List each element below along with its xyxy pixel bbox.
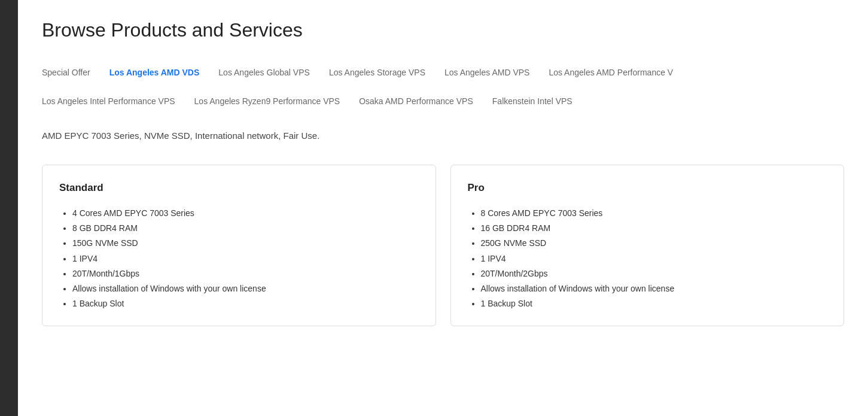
feature-item: 150G NVMe SSD [72,236,419,251]
tabs-row-2: Los Angeles Intel Performance VPSLos Ang… [42,92,844,111]
feature-item: 16 GB DDR4 RAM [481,221,827,236]
feature-item: 8 GB DDR4 RAM [72,221,419,236]
tab-la-ryzen9-perf-vps[interactable]: Los Angeles Ryzen9 Performance VPS [185,92,350,111]
products-grid: Standard4 Cores AMD EPYC 7003 Series8 GB… [42,165,844,326]
product-features-standard: 4 Cores AMD EPYC 7003 Series8 GB DDR4 RA… [59,206,419,311]
product-card-pro: Pro8 Cores AMD EPYC 7003 Series16 GB DDR… [450,165,845,326]
feature-item: 20T/Month/1Gbps [72,266,419,281]
tab-la-global-vps[interactable]: Los Angeles Global VPS [209,63,319,82]
main-content: Browse Products and Services Special Off… [18,0,868,416]
tab-osaka-amd-perf-vps[interactable]: Osaka AMD Performance VPS [349,92,483,111]
feature-item: 8 Cores AMD EPYC 7003 Series [481,206,827,221]
tab-falkenstein-intel-vps[interactable]: Falkenstein Intel VPS [483,92,582,111]
product-name-standard: Standard [59,182,419,194]
sidebar [0,0,18,416]
page-title: Browse Products and Services [42,19,844,41]
product-features-pro: 8 Cores AMD EPYC 7003 Series16 GB DDR4 R… [468,206,827,311]
feature-item: 250G NVMe SSD [481,236,827,251]
tab-la-intel-perf-vps[interactable]: Los Angeles Intel Performance VPS [42,92,185,111]
tab-la-storage-vps[interactable]: Los Angeles Storage VPS [319,63,435,82]
feature-item: 1 IPV4 [72,251,419,266]
tabs-row-1: Special OfferLos Angeles AMD VDSLos Ange… [42,63,844,82]
feature-item: 4 Cores AMD EPYC 7003 Series [72,206,419,221]
product-card-standard: Standard4 Cores AMD EPYC 7003 Series8 GB… [42,165,436,326]
product-name-pro: Pro [468,182,827,194]
feature-item: Allows installation of Windows with your… [481,281,827,296]
feature-item: 20T/Month/2Gbps [481,266,827,281]
feature-item: 1 Backup Slot [72,296,419,311]
feature-item: Allows installation of Windows with your… [72,281,419,296]
tab-la-amd-perf-v[interactable]: Los Angeles AMD Performance V [539,63,683,82]
tab-la-amd-vps[interactable]: Los Angeles AMD VPS [435,63,539,82]
tab-special-offer[interactable]: Special Offer [42,63,100,82]
feature-item: 1 Backup Slot [481,296,827,311]
tab-la-amd-vds[interactable]: Los Angeles AMD VDS [100,63,209,82]
feature-item: 1 IPV4 [481,251,827,266]
category-description: AMD EPYC 7003 Series, NVMe SSD, Internat… [42,129,844,143]
